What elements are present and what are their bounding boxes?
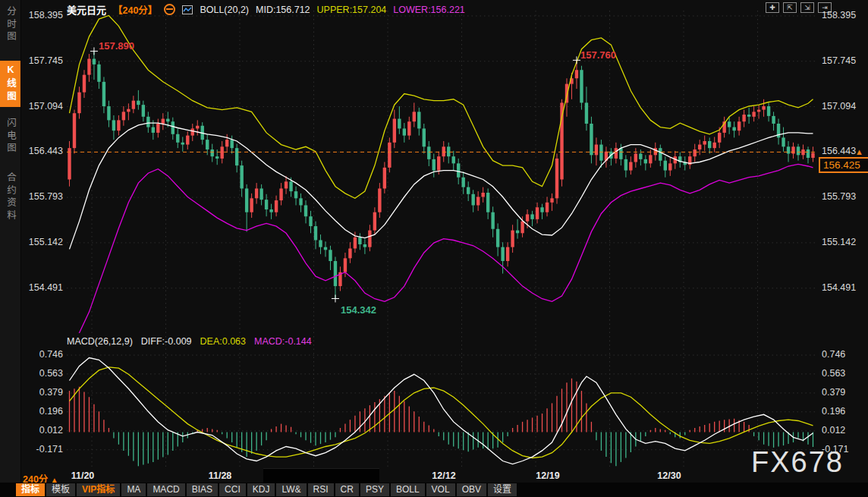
- template-button[interactable]: 模板: [46, 483, 75, 496]
- macd-button[interactable]: MACD: [147, 483, 184, 496]
- macd-axis-label-left: 0.196: [20, 406, 63, 417]
- boll-upper-value: UPPER:157.204: [317, 5, 387, 15]
- boll-button[interactable]: BOLL: [391, 483, 425, 496]
- x-axis-date-label: 12/30: [657, 470, 681, 481]
- macd-axis-label-right: -0.171: [822, 444, 864, 455]
- price-axis-label-left: 154.491: [20, 282, 63, 293]
- price-axis-label-left: 157.094: [20, 101, 63, 112]
- price-axis-label-right: 157.094: [822, 101, 864, 112]
- symbol-title: 美元日元: [67, 2, 106, 17]
- macd-axis-label-left: 0.746: [20, 349, 63, 360]
- macd-header: MACD(26,12,9) DIFF:-0.009 DEA:0.063 MACD…: [67, 336, 312, 347]
- price-axis-label-right: 154.491: [822, 282, 864, 293]
- y-axis-scale-icon[interactable]: ⇱: [783, 2, 797, 13]
- scrollbar-thumb[interactable]: [263, 468, 379, 483]
- sidebar-tab-time-share[interactable]: 分时图: [0, 2, 20, 48]
- price-axis-label-right: 155.793: [822, 191, 864, 202]
- ma-button[interactable]: MA: [121, 483, 146, 496]
- macd-dea-value: DEA:0.063: [200, 336, 246, 347]
- indicator-toolbar: 指标模板VIP指标MAMACDBIASCCIKDJLW&RSICRPSYBOLL…: [16, 483, 517, 496]
- indicator-chart-icon: [182, 5, 193, 14]
- price-axis-label-left: 155.142: [20, 237, 63, 247]
- lwr-button[interactable]: LW&: [276, 483, 306, 496]
- x-axis-date-label: 12/12: [432, 470, 455, 481]
- x-axis-date-label: 12/19: [536, 470, 559, 481]
- price-axis-label-right: 158.395: [822, 10, 864, 20]
- price-axis-label-left: 158.395: [20, 10, 63, 20]
- macd-axis-label-left: 0.379: [20, 387, 63, 398]
- current-price-tag: 156.425: [819, 157, 868, 173]
- annotation-high-1: 157.890: [99, 40, 134, 52]
- chart-canvas[interactable]: [0, 0, 868, 497]
- macd-axis-label-right: 0.563: [822, 368, 864, 379]
- settings-button[interactable]: 设置: [488, 483, 517, 496]
- annotation-high-2: 157.760: [580, 49, 616, 61]
- cci-button[interactable]: CCI: [219, 483, 246, 496]
- annotation-low: 154.342: [341, 304, 376, 316]
- macd-axis-label-right: 0.379: [822, 387, 864, 398]
- macd-macd-value: MACD:-0.144: [254, 336, 312, 347]
- x-axis-date-label: 11/20: [71, 470, 95, 481]
- macd-axis-label-left: -0.171: [20, 444, 63, 455]
- x-axis-scale-icon[interactable]: ⇲: [800, 2, 814, 13]
- macd-axis-label-left: 0.563: [20, 368, 63, 379]
- boll-params-label: BOLL(20,2): [200, 5, 249, 15]
- price-axis-label-right: 157.745: [822, 55, 864, 66]
- period-badge[interactable]: 【240分】: [113, 2, 157, 17]
- crosshair-tool-icon[interactable]: ✚: [766, 2, 779, 13]
- cr-button[interactable]: CR: [335, 483, 359, 496]
- price-axis-label-left: 157.745: [20, 55, 63, 66]
- obv-button[interactable]: OBV: [457, 483, 486, 496]
- indicator-button[interactable]: 指标: [16, 483, 45, 496]
- sidebar-tab-flash-chart[interactable]: 闪电图: [0, 114, 20, 159]
- vip-indicator-button[interactable]: VIP指标: [77, 483, 120, 496]
- macd-axis-label-left: 0.012: [20, 425, 63, 436]
- psy-button[interactable]: PSY: [360, 483, 389, 496]
- price-axis-label-right: 156.443: [822, 146, 864, 156]
- boll-mid-value: MID:156.712: [256, 5, 310, 15]
- macd-params-label: MACD(26,12,9): [67, 336, 133, 347]
- bias-button[interactable]: BIAS: [187, 483, 218, 496]
- macd-diff-value: DIFF:-0.009: [141, 336, 192, 347]
- x-axis-date-label: 11/28: [209, 470, 232, 481]
- vol-button[interactable]: VOL: [426, 483, 455, 496]
- price-axis-label-right: 155.142: [822, 237, 864, 247]
- sidebar-tab-kline[interactable]: K线图: [0, 61, 20, 107]
- price-axis-label-left: 156.443: [20, 146, 63, 156]
- rsi-button[interactable]: RSI: [308, 483, 334, 496]
- macd-axis-label-right: 0.746: [822, 349, 864, 360]
- price-axis-label-left: 155.793: [20, 191, 63, 202]
- collapse-icon[interactable]: [164, 4, 175, 15]
- sidebar-tab-contract-info[interactable]: 合约资料: [0, 168, 20, 226]
- boll-lower-value: LOWER:156.221: [393, 5, 465, 15]
- macd-axis-label-right: 0.196: [822, 406, 864, 417]
- kdj-button[interactable]: KDJ: [247, 483, 275, 496]
- sidebar: 分时图K线图闪电图合约资料: [0, 0, 21, 497]
- chart-header: 美元日元 【240分】 BOLL(20,2) MID:156.712 UPPER…: [67, 2, 465, 17]
- macd-axis-label-right: 0.012: [822, 425, 864, 436]
